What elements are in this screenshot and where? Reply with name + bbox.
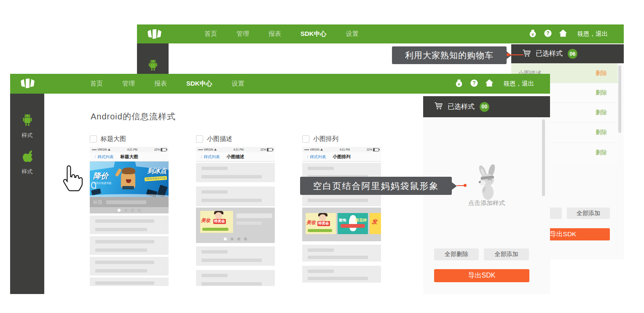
style-checkbox-label: 小图描述 bbox=[207, 135, 232, 143]
delete-link[interactable]: 删除 bbox=[596, 129, 607, 136]
sidebar-item-ios-styles[interactable]: 样式 bbox=[10, 149, 44, 175]
home-icon[interactable] bbox=[559, 29, 567, 39]
android-icon bbox=[21, 121, 34, 129]
signal-icon bbox=[108, 148, 110, 151]
style-option: 小图描述 bbox=[196, 135, 232, 143]
ad-image-text: 美妆 bbox=[201, 217, 210, 224]
back-navbar: 首页 管理 报表 SDK中心 设置 ¥ ? 筱恩，退出 bbox=[137, 24, 624, 43]
ad-image-text: 发 bbox=[372, 218, 377, 226]
back-link: 〈 样式列表 bbox=[92, 152, 113, 161]
nav-item-report[interactable]: 报表 bbox=[268, 30, 281, 38]
annotation-kangaroo-callout: 空白页结合阿里妈妈袋鼠形象 bbox=[300, 177, 452, 195]
list-item-placeholder bbox=[90, 257, 169, 275]
main-menu: 首页 管理 报表 SDK中心 设置 bbox=[90, 74, 244, 94]
nav-item-settings[interactable]: 设置 bbox=[232, 80, 244, 88]
carrier-text: ••••• VIRGIN bbox=[198, 148, 213, 151]
ad-image-text: 特卖会 bbox=[317, 221, 330, 226]
delete-link[interactable]: 删除 bbox=[596, 109, 607, 116]
app-logo[interactable] bbox=[19, 77, 35, 91]
phone-preview-smallimage-desc[interactable]: ••••• VIRGIN 4:21 PM 22% 〈 样式列表 小图描述 美妆 bbox=[196, 147, 275, 286]
moneybag-icon[interactable]: ¥ bbox=[455, 79, 463, 89]
nav-item-settings[interactable]: 设置 bbox=[346, 30, 359, 38]
export-sdk-button[interactable]: 导出SDK bbox=[434, 269, 529, 282]
battery-text: 22% bbox=[260, 148, 266, 151]
user-logout-link[interactable]: 筱恩，退出 bbox=[577, 30, 608, 38]
cart-count-badge: 06 bbox=[568, 49, 577, 59]
style-option: 小图排列 bbox=[302, 135, 338, 143]
android-icon bbox=[147, 66, 159, 73]
style-checkbox[interactable] bbox=[90, 135, 97, 143]
add-all-button[interactable]: 全部添加 bbox=[567, 208, 610, 219]
help-icon[interactable]: ? bbox=[544, 29, 552, 39]
delete-link[interactable]: 删除 bbox=[596, 70, 607, 77]
phone-nav-bar: 〈 样式列表 小图排列 bbox=[302, 152, 381, 162]
ad-image-text: 特卖会 bbox=[213, 219, 226, 224]
placeholder-bar bbox=[236, 213, 272, 218]
front-page-title: Android的信息流样式 bbox=[91, 111, 176, 122]
nav-right-group: ¥ ? 筱恩，退出 bbox=[529, 24, 608, 43]
help-icon[interactable]: ? bbox=[470, 79, 478, 89]
list-item-placeholder bbox=[302, 245, 381, 262]
nav-item-sdk-center[interactable]: SDK中心 bbox=[301, 30, 327, 38]
carrier-text: ••••• VIRGIN bbox=[304, 148, 319, 151]
list-item-placeholder bbox=[90, 278, 169, 286]
style-checkbox-label: 小图排列 bbox=[313, 135, 338, 143]
delete-all-button[interactable]: 全部删除 bbox=[434, 248, 479, 260]
signal-icon bbox=[320, 148, 323, 151]
carrier-text: ••••• VIRGIN bbox=[92, 148, 107, 151]
cart-panel-title: 已选样式 bbox=[448, 103, 475, 111]
nav-item-home[interactable]: 首页 bbox=[204, 30, 217, 38]
list-item-placeholder bbox=[90, 236, 169, 255]
add-all-button[interactable]: 全部添加 bbox=[484, 248, 529, 260]
sidebar-item-label: 样式 bbox=[10, 168, 44, 175]
nav-item-sdk-center[interactable]: SDK中心 bbox=[186, 80, 212, 88]
phone-preview-title-bigimage[interactable]: ••••• VIRGIN 4:21 PM 22% 〈 样式列表 标题大图 降价 … bbox=[90, 147, 169, 286]
front-window: 首页 管理 报表 SDK中心 设置 ¥ ? 筱恩，退出 bbox=[10, 74, 550, 294]
panel-scrollbar[interactable] bbox=[618, 65, 621, 133]
banner-headline: 到冰点 bbox=[148, 167, 166, 175]
native-ad-card: 美妆 特卖会 bbox=[196, 208, 275, 243]
moneybag-icon[interactable]: ¥ bbox=[529, 29, 537, 39]
connector-dot bbox=[464, 184, 467, 187]
user-logout-link[interactable]: 筱恩，退出 bbox=[504, 80, 534, 88]
list-item-placeholder bbox=[196, 163, 275, 182]
nav-item-report[interactable]: 报表 bbox=[154, 80, 167, 88]
ad-image-text: 裙饰 bbox=[339, 218, 346, 223]
panel-scrollbar[interactable] bbox=[542, 119, 545, 196]
delete-link[interactable]: 删除 bbox=[596, 89, 607, 97]
list-item-placeholder bbox=[90, 216, 169, 234]
battery-icon bbox=[161, 148, 166, 151]
phone-preview-smallimage-row[interactable]: ••••• VIRGIN 4:21 PM 22% 〈 样式列表 小图排列 美妆 bbox=[302, 147, 381, 286]
promo-banner-image: 降价 到冰点 外面太热进来脱 5折4G手机319元起 bbox=[90, 162, 169, 197]
nav-item-home[interactable]: 首页 bbox=[90, 80, 103, 88]
nav-item-manage[interactable]: 管理 bbox=[236, 30, 249, 38]
kangaroo-mascot bbox=[471, 165, 503, 202]
empty-cart-hint: 点击添加样式 bbox=[423, 199, 550, 207]
carousel-dots bbox=[196, 237, 275, 240]
native-ad-row: 美妆 特卖会 裙饰 新花样 发 bbox=[302, 208, 381, 241]
phone-status-bar: ••••• VIRGIN 4:21 PM 22% bbox=[196, 147, 275, 152]
list-item-placeholder bbox=[302, 266, 381, 283]
app-logo[interactable] bbox=[146, 28, 162, 41]
section-label: 标题 bbox=[93, 199, 102, 205]
style-checkbox[interactable] bbox=[196, 135, 203, 143]
nav-right-group: ¥ ? 筱恩，退出 bbox=[455, 74, 534, 94]
home-icon[interactable] bbox=[485, 79, 494, 89]
nav-item-manage[interactable]: 管理 bbox=[122, 80, 135, 88]
ad-thumbnail-image: 裙饰 新花样 bbox=[338, 213, 368, 234]
back-link: 〈 样式列表 bbox=[305, 152, 326, 161]
phone-nav-bar: 〈 样式列表 标题大图 bbox=[90, 152, 169, 162]
ad-image-text: 美妆 bbox=[306, 219, 316, 226]
sidebar-item-label: 样式 bbox=[10, 132, 44, 139]
list-item-placeholder bbox=[196, 186, 275, 206]
clock-text: 4:21 PM bbox=[340, 148, 350, 151]
style-checkbox-label: 标题大图 bbox=[101, 135, 126, 143]
clock-text: 4:21 PM bbox=[127, 148, 137, 151]
sidebar-item-android-styles[interactable]: 样式 bbox=[10, 113, 44, 139]
style-checkbox[interactable] bbox=[302, 135, 309, 143]
connector-line bbox=[508, 54, 523, 55]
main-menu: 首页 管理 报表 SDK中心 设置 bbox=[204, 24, 359, 43]
front-cart-panel: 已选样式 00 bbox=[423, 96, 550, 294]
delete-link[interactable]: 删除 bbox=[596, 149, 607, 156]
svg-text:?: ? bbox=[472, 80, 475, 86]
